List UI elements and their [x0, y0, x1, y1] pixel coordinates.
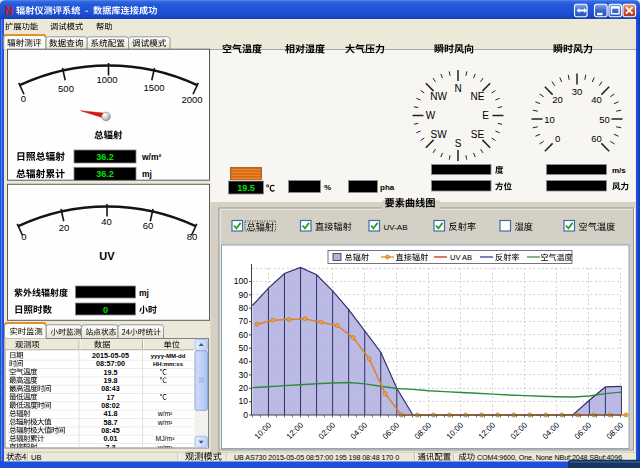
svg-text:mj: mj	[139, 288, 149, 298]
svg-text:20: 20	[552, 94, 563, 105]
svg-text:50: 50	[599, 114, 610, 125]
svg-text:%: %	[324, 183, 331, 192]
svg-text:30: 30	[239, 370, 249, 380]
svg-text:MJ/m²: MJ/m²	[156, 435, 176, 442]
svg-text:UB AS730 2015-05-05 08:57:00 1: UB AS730 2015-05-05 08:57:00 195 198 08:…	[234, 453, 399, 462]
svg-text:10: 10	[239, 396, 249, 406]
svg-text:NW: NW	[430, 91, 447, 102]
svg-text:40: 40	[101, 216, 112, 227]
svg-text:0: 0	[21, 231, 26, 242]
svg-text:SE: SE	[471, 129, 485, 140]
svg-text:40: 40	[239, 356, 249, 366]
svg-text:m/s: m/s	[612, 166, 626, 175]
svg-text:100: 100	[234, 276, 248, 286]
svg-text:70: 70	[239, 316, 249, 326]
svg-text:36.2: 36.2	[96, 169, 114, 179]
svg-text:S: S	[455, 138, 462, 149]
svg-text:E: E	[482, 110, 489, 121]
svg-text:19.5: 19.5	[237, 183, 255, 193]
svg-text:50: 50	[239, 343, 249, 353]
svg-text:w/m²: w/m²	[157, 410, 173, 417]
svg-text:0: 0	[555, 133, 560, 144]
svg-text:90: 90	[239, 290, 249, 300]
svg-text:10: 10	[544, 114, 555, 125]
svg-text:UV: UV	[99, 250, 115, 262]
svg-text:pha: pha	[380, 183, 395, 192]
svg-text:0: 0	[243, 410, 248, 420]
svg-text:60: 60	[143, 220, 154, 231]
svg-text:80: 80	[187, 231, 198, 242]
svg-text:w/m²: w/m²	[141, 152, 162, 162]
svg-text:SW: SW	[431, 129, 448, 140]
svg-text:NE: NE	[470, 91, 484, 102]
svg-text:yyyy-MM-dd: yyyy-MM-dd	[151, 353, 186, 359]
svg-text:20: 20	[239, 383, 249, 393]
svg-text:UV AB: UV AB	[450, 253, 472, 262]
svg-text:36.2: 36.2	[96, 152, 114, 162]
svg-text:60: 60	[591, 133, 602, 144]
svg-text:HH:mm:ss: HH:mm:ss	[153, 361, 184, 367]
svg-text:N: N	[5, 4, 14, 18]
svg-text:1000: 1000	[96, 74, 117, 85]
svg-text:W: W	[426, 110, 436, 121]
svg-text:mj: mj	[142, 169, 152, 179]
svg-text:w/m²: w/m²	[157, 419, 173, 426]
svg-text:UB: UB	[31, 453, 41, 462]
svg-text:1500: 1500	[143, 82, 164, 93]
svg-text:UV-AB: UV-AB	[384, 223, 408, 232]
svg-text:0: 0	[21, 93, 26, 104]
svg-text:2000: 2000	[181, 94, 202, 105]
svg-text:20: 20	[59, 222, 70, 233]
svg-text:40: 40	[591, 94, 602, 105]
svg-text:80: 80	[239, 303, 249, 313]
svg-text:30: 30	[572, 86, 583, 97]
svg-text:0: 0	[103, 305, 108, 315]
svg-text:N: N	[454, 83, 461, 94]
svg-text:500: 500	[58, 83, 74, 94]
svg-text:60: 60	[239, 330, 249, 340]
